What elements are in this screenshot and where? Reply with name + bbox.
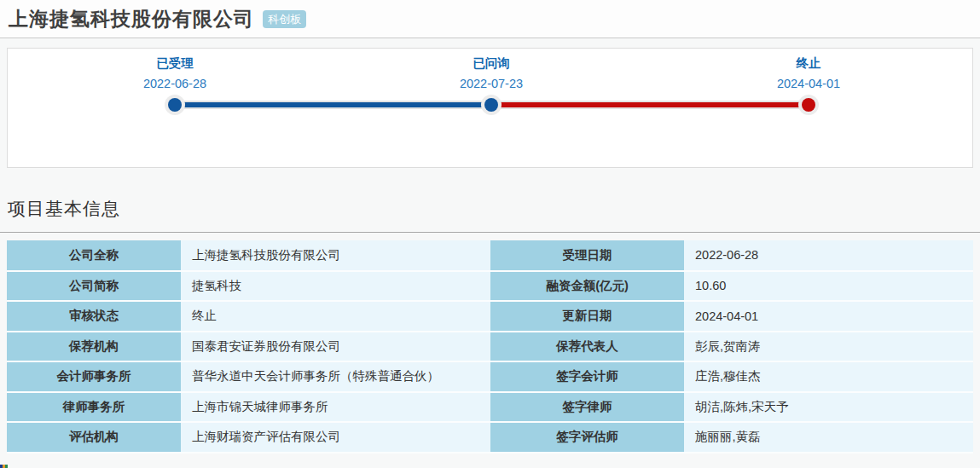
timeline-segment-blue bbox=[175, 102, 491, 107]
field-label: 更新日期 bbox=[490, 301, 684, 332]
section-title: 项目基本信息 bbox=[8, 199, 120, 218]
field-value: 上海财瑞资产评估有限公司 bbox=[181, 422, 490, 453]
field-label: 会计师事务所 bbox=[7, 361, 181, 392]
timeline-step-date: 2022-07-23 bbox=[423, 77, 560, 90]
field-label: 签字律师 bbox=[490, 392, 684, 423]
table-row: 公司全称 上海捷氢科技股份有限公司 受理日期 2022-06-28 bbox=[7, 240, 973, 271]
field-label: 审核状态 bbox=[7, 301, 181, 332]
field-label: 签字评估师 bbox=[490, 422, 684, 453]
field-label: 公司简称 bbox=[7, 271, 181, 302]
field-value: 上海市锦天城律师事务所 bbox=[181, 392, 490, 423]
timeline-step-terminated: 终止 2024-04-01 bbox=[740, 55, 877, 90]
timeline-dot-icon bbox=[802, 98, 815, 112]
field-value: 捷氢科技 bbox=[181, 271, 490, 302]
timeline-dot-icon bbox=[484, 98, 498, 112]
field-value: 胡洁,陈炜,宋天予 bbox=[684, 392, 973, 423]
timeline-step-label: 终止 bbox=[740, 55, 877, 72]
table-row: 审核状态 终止 更新日期 2024-04-01 bbox=[7, 301, 973, 332]
field-value: 国泰君安证券股份有限公司 bbox=[181, 332, 490, 362]
table-row: 公司简称 捷氢科技 融资金额(亿元) 10.60 bbox=[7, 271, 973, 302]
field-value: 10.60 bbox=[684, 271, 973, 302]
field-value: 上海捷氢科技股份有限公司 bbox=[181, 240, 490, 271]
table-row: 保荐机构 国泰君安证券股份有限公司 保荐代表人 彭辰,贺南涛 bbox=[7, 332, 973, 362]
field-value: 施丽丽,黄磊 bbox=[684, 422, 973, 453]
timeline-step-inquired: 已问询 2022-07-23 bbox=[423, 55, 560, 90]
timeline-dot-icon bbox=[168, 98, 182, 112]
field-label: 融资金额(亿元) bbox=[490, 271, 684, 302]
table-row: 评估机构 上海财瑞资产评估有限公司 签字评估师 施丽丽,黄磊 bbox=[7, 422, 973, 453]
page-title: 上海捷氢科技股份有限公司 bbox=[9, 6, 254, 32]
page-header: 上海捷氢科技股份有限公司 科创板 bbox=[0, 0, 980, 38]
field-value: 普华永道中天会计师事务所（特殊普通合伙） bbox=[181, 361, 490, 392]
field-label: 评估机构 bbox=[7, 422, 181, 453]
field-label: 受理日期 bbox=[490, 240, 684, 271]
field-label: 公司全称 bbox=[7, 240, 181, 271]
field-value: 终止 bbox=[181, 301, 490, 332]
table-row: 会计师事务所 普华永道中天会计师事务所（特殊普通合伙） 签字会计师 庄浩,穆佳杰 bbox=[7, 361, 973, 392]
field-value: 彭辰,贺南涛 bbox=[684, 332, 973, 362]
section-header: 项目基本信息 bbox=[0, 192, 980, 233]
field-label: 保荐代表人 bbox=[490, 332, 684, 362]
timeline-step-date: 2024-04-01 bbox=[740, 77, 877, 90]
field-value: 2024-04-01 bbox=[684, 301, 973, 332]
timeline-segment-red bbox=[491, 102, 809, 107]
timeline-step-label: 已问询 bbox=[423, 55, 560, 72]
field-value: 2022-06-28 bbox=[684, 240, 973, 271]
timeline-card: 已受理 2022-06-28 已问询 2022-07-23 终止 2024-04… bbox=[7, 48, 973, 168]
field-label: 签字会计师 bbox=[490, 361, 684, 392]
field-label: 保荐机构 bbox=[7, 332, 181, 362]
clipped-icon bbox=[0, 465, 8, 468]
field-label: 律师事务所 bbox=[7, 392, 181, 423]
timeline-step-accepted: 已受理 2022-06-28 bbox=[107, 55, 243, 90]
board-badge: 科创板 bbox=[263, 10, 306, 28]
timeline-step-date: 2022-06-28 bbox=[107, 77, 243, 90]
field-value: 庄浩,穆佳杰 bbox=[684, 361, 973, 392]
timeline-step-label: 已受理 bbox=[107, 55, 243, 72]
table-row: 律师事务所 上海市锦天城律师事务所 签字律师 胡洁,陈炜,宋天予 bbox=[7, 392, 973, 423]
project-info-table: 公司全称 上海捷氢科技股份有限公司 受理日期 2022-06-28 公司简称 捷… bbox=[7, 240, 973, 454]
